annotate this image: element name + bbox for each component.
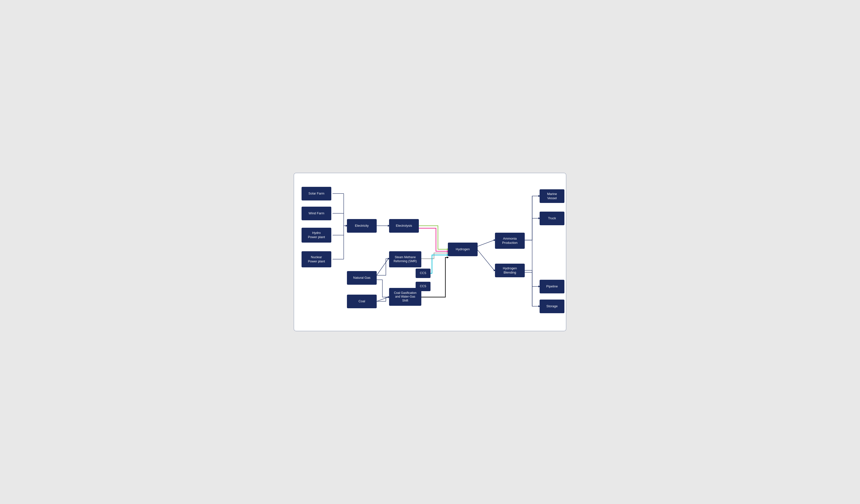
- coal-node: Coal: [347, 295, 377, 308]
- electrolysis-node: Electrolysis: [389, 219, 419, 233]
- pipeline-node: Pipeline: [540, 280, 564, 293]
- arrows-svg: [294, 173, 566, 331]
- wind-farm-node: Wind Farm: [302, 207, 331, 220]
- solar-farm-node: Solar Farm: [302, 187, 331, 201]
- ccs-coal-node: CCS: [416, 282, 430, 291]
- svg-line-21: [478, 250, 494, 270]
- hydrogen-node: Hydrogen: [448, 242, 478, 256]
- electricity-node: Electricity: [347, 219, 377, 233]
- natural-gas-node: Natural Gas: [347, 271, 377, 285]
- svg-line-17: [377, 297, 388, 301]
- diagram-container: Solar Farm Wind Farm HydroPower plant Nu…: [293, 173, 567, 331]
- truck-node: Truck: [540, 212, 564, 225]
- svg-line-19: [478, 240, 494, 246]
- ccs-smr-node: CCS: [416, 269, 430, 278]
- ammonia-production-node: AmmoniaProduction: [495, 233, 525, 249]
- hydro-power-node: HydroPower plant: [302, 228, 331, 242]
- nuclear-power-node: NuclearPower plant: [302, 251, 331, 267]
- storage-node: Storage: [540, 300, 564, 313]
- smr-node: Steam MethaneReforming (SMR): [389, 251, 421, 267]
- svg-line-14: [377, 259, 388, 275]
- marine-vessel-node: MarineVessel: [540, 189, 564, 203]
- hydrogen-blending-node: HydrogenBlending: [495, 264, 525, 277]
- svg-marker-13: [447, 256, 449, 258]
